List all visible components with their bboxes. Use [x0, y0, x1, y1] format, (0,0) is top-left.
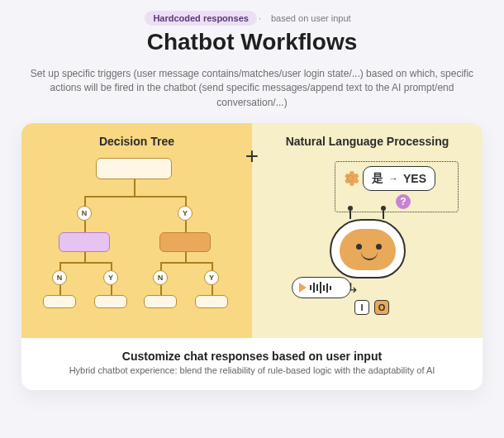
translation-bubble: 是 → YES: [363, 166, 435, 191]
badge-hardcoded: Hardcoded responses: [145, 11, 257, 26]
caption-sub: Hybrid chatbot experience: blend the rel…: [38, 365, 466, 375]
tree-node-purple: [59, 232, 110, 252]
io-output-box: O: [374, 300, 389, 315]
gear-icon: [341, 169, 359, 188]
decision-tree-title: Decision Tree: [31, 135, 242, 148]
nlp-title: Natural Language Processing: [262, 135, 473, 148]
tree-leaf: [195, 295, 228, 308]
plus-icon: +: [245, 143, 259, 169]
yes-text: YES: [403, 172, 426, 185]
io-row: I O: [354, 300, 389, 315]
page: Hardcoded responses·based on user input …: [0, 0, 504, 390]
intro-text: Set up specific triggers (user message c…: [29, 67, 475, 110]
tree-branch-n: N: [153, 270, 168, 285]
badge-row: Hardcoded responses·based on user input: [21, 10, 483, 26]
nlp-pane: Natural Language Processing 是 → YES ?: [252, 123, 483, 338]
badge-subtext: based on user input: [263, 11, 359, 26]
play-icon: [299, 283, 307, 293]
badge-separator: ·: [257, 13, 263, 23]
tree-branch-y: Y: [178, 206, 193, 221]
caption-title: Customize chat responses based on user i…: [38, 350, 466, 363]
diagram: + Decision Tree N Y: [21, 123, 483, 338]
tree-node-orange: [159, 232, 211, 252]
cjk-char: 是: [372, 171, 383, 186]
tree-leaf: [43, 295, 76, 308]
audio-pill-icon: [292, 277, 351, 298]
page-title: Chatbot Workflows: [21, 29, 483, 55]
tree-branch-y: Y: [103, 270, 118, 285]
tree-branch-y: Y: [204, 270, 219, 285]
loop-arrow-icon: ↲: [348, 280, 359, 296]
decision-tree-pane: Decision Tree N Y: [21, 123, 252, 338]
decision-tree: N Y N: [31, 155, 242, 320]
tree-node-root: [96, 158, 172, 179]
io-input-box: I: [354, 300, 369, 315]
tree-leaf: [94, 295, 127, 308]
arrow-icon: →: [388, 173, 398, 184]
card-caption: Customize chat responses based on user i…: [21, 338, 483, 390]
feature-card: + Decision Tree N Y: [21, 123, 483, 390]
nlp-illustration: 是 → YES ?: [262, 155, 473, 320]
waveform-icon: [310, 282, 331, 293]
tree-branch-n: N: [77, 206, 92, 221]
tree-leaf: [144, 295, 177, 308]
tree-branch-n: N: [52, 270, 67, 285]
